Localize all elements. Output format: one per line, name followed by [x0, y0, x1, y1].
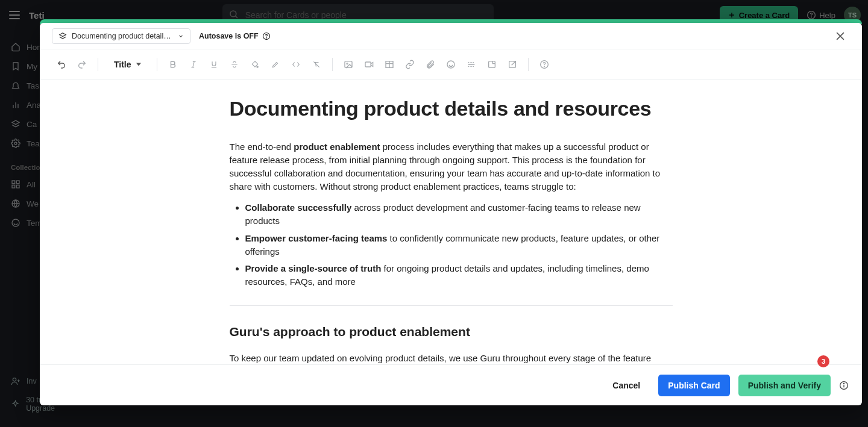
publish-verify-button[interactable]: Publish and Verify — [738, 375, 831, 396]
code-button[interactable] — [288, 56, 304, 73]
breadcrumb-label: Documenting product details ... — [72, 32, 173, 40]
export-button[interactable] — [504, 56, 521, 73]
code-icon — [292, 60, 300, 69]
svg-point-49 — [843, 383, 844, 384]
toolbar-help-button[interactable] — [536, 56, 553, 73]
toolbar-separator — [157, 58, 157, 71]
guru-card-button[interactable] — [442, 56, 459, 73]
breadcrumb-chip[interactable]: Documenting product details ... — [52, 28, 190, 44]
bold-icon — [169, 60, 177, 69]
horizontal-rule — [230, 305, 673, 306]
guru-card-icon — [446, 60, 456, 69]
strike-icon — [230, 60, 239, 69]
help-icon — [539, 60, 549, 69]
svg-point-46 — [544, 66, 545, 66]
iframe-icon — [487, 60, 497, 69]
intro-paragraph[interactable]: The end-to-end product enablement proces… — [230, 140, 673, 193]
close-button[interactable] — [831, 26, 850, 46]
toolbar-separator — [528, 58, 529, 71]
link-icon — [405, 60, 415, 69]
fill-icon — [251, 60, 259, 69]
editor-body[interactable]: Documenting product details and resource… — [40, 79, 862, 364]
section-heading[interactable]: Guru's approach to product enablement — [230, 323, 673, 341]
link-button[interactable] — [401, 56, 418, 73]
redo-button[interactable] — [74, 56, 90, 73]
toolbar-separator — [98, 58, 98, 71]
divider-icon — [467, 60, 476, 69]
svg-rect-43 — [489, 61, 495, 67]
bold-button[interactable] — [165, 56, 181, 73]
image-icon — [344, 60, 353, 69]
list-item[interactable]: Empower customer-facing teams to confide… — [245, 232, 673, 258]
toolbar-separator — [332, 58, 333, 71]
svg-point-22 — [266, 37, 266, 38]
strike-button[interactable] — [226, 56, 243, 73]
bullet-list[interactable]: Collaborate successfully across product … — [230, 201, 673, 288]
document-title[interactable]: Documenting product details and resource… — [230, 94, 673, 123]
export-icon — [508, 60, 517, 69]
redo-icon — [77, 60, 87, 69]
text-style-select[interactable]: Title — [109, 56, 146, 73]
list-item[interactable]: Provide a single-source of truth for ong… — [245, 262, 673, 288]
underline-button[interactable] — [206, 56, 222, 73]
card-editor-modal: Documenting product details ... Autosave… — [40, 23, 862, 405]
svg-marker-20 — [60, 33, 66, 36]
divider-button[interactable] — [463, 56, 480, 73]
svg-point-39 — [447, 61, 454, 68]
notification-badge[interactable]: 3 — [817, 355, 829, 367]
highlight-icon — [271, 60, 280, 69]
autosave-indicator[interactable]: Autosave is OFF — [199, 32, 271, 40]
italic-button[interactable] — [185, 56, 202, 73]
list-item[interactable]: Collaborate successfully across product … — [245, 201, 673, 228]
close-icon — [834, 30, 846, 42]
fill-color-button[interactable] — [247, 56, 263, 73]
attach-icon — [426, 60, 435, 69]
video-icon — [364, 60, 374, 69]
svg-line-27 — [193, 61, 194, 67]
info-icon[interactable] — [839, 381, 849, 390]
layers-icon — [58, 32, 67, 40]
svg-rect-32 — [345, 61, 352, 67]
svg-rect-34 — [365, 62, 371, 67]
undo-button[interactable] — [53, 56, 70, 73]
video-button[interactable] — [360, 56, 377, 73]
image-button[interactable] — [340, 56, 357, 73]
svg-point-30 — [257, 66, 258, 67]
autosave-label: Autosave is OFF — [199, 32, 259, 40]
clear-format-button[interactable] — [308, 56, 325, 73]
clear-format-icon — [312, 60, 321, 69]
italic-icon — [189, 60, 198, 69]
help-icon — [262, 32, 271, 40]
table-icon — [385, 60, 394, 69]
table-button[interactable] — [381, 56, 398, 73]
section-paragraph[interactable]: To keep our team updated on evolving pro… — [230, 352, 673, 364]
undo-icon — [57, 60, 66, 69]
iframe-button[interactable] — [483, 56, 500, 73]
attach-button[interactable] — [422, 56, 439, 73]
publish-button[interactable]: Publish Card — [658, 375, 729, 396]
chevron-down-icon — [178, 33, 184, 39]
svg-marker-35 — [371, 62, 373, 66]
svg-point-33 — [347, 63, 348, 64]
cancel-button[interactable]: Cancel — [603, 375, 650, 396]
highlight-button[interactable] — [267, 56, 284, 73]
underline-icon — [210, 60, 218, 69]
